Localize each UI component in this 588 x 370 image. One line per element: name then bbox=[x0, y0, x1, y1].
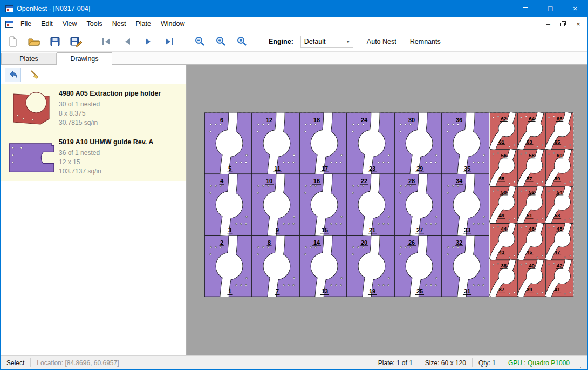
mdi-minimize-button[interactable]: – bbox=[542, 19, 554, 29]
part-number[interactable]: 24 bbox=[361, 117, 368, 123]
nest-tile-red[interactable]: 5049 bbox=[490, 186, 517, 223]
part-number[interactable]: 30 bbox=[408, 117, 415, 123]
menu-view[interactable]: View bbox=[58, 17, 82, 31]
part-number[interactable]: 56 bbox=[501, 152, 507, 158]
part-number[interactable]: 19 bbox=[369, 288, 375, 295]
engine-select[interactable]: Default ▾ bbox=[300, 36, 353, 48]
part-number[interactable]: 47 bbox=[555, 249, 560, 255]
part-number[interactable]: 4 bbox=[220, 178, 224, 184]
nest-tile-purple[interactable]: 1211 bbox=[252, 113, 299, 174]
remnants-button[interactable]: Remnants bbox=[410, 38, 441, 45]
part-number[interactable]: 18 bbox=[313, 117, 320, 123]
menu-edit[interactable]: Edit bbox=[36, 17, 58, 31]
nest-tile-red[interactable]: 5453 bbox=[546, 186, 573, 223]
part-number[interactable]: 29 bbox=[416, 165, 423, 172]
nest-tile-purple[interactable]: 21 bbox=[204, 236, 251, 297]
nest-tile-purple[interactable]: 3029 bbox=[394, 113, 441, 174]
zoom-in-button[interactable] bbox=[213, 33, 229, 50]
part-number[interactable]: 55 bbox=[498, 176, 504, 181]
nest-tile-purple[interactable]: 2221 bbox=[347, 174, 394, 236]
part-number[interactable]: 39 bbox=[527, 286, 532, 292]
part-number[interactable]: 6 bbox=[220, 117, 223, 123]
part-number[interactable]: 11 bbox=[274, 165, 281, 172]
zoom-out-button[interactable] bbox=[192, 33, 208, 50]
part-number[interactable]: 52 bbox=[529, 189, 535, 195]
save-as-button[interactable] bbox=[68, 33, 84, 50]
new-button[interactable] bbox=[5, 33, 21, 50]
tab-plates[interactable]: Plates bbox=[1, 53, 57, 64]
part-number[interactable]: 59 bbox=[555, 176, 560, 181]
menu-window[interactable]: Window bbox=[156, 17, 189, 31]
part-number[interactable]: 65 bbox=[555, 139, 560, 145]
part-number[interactable]: 53 bbox=[555, 212, 560, 218]
nest-tile-purple[interactable]: 2625 bbox=[394, 236, 441, 297]
nest-tile-purple[interactable]: 1817 bbox=[299, 113, 346, 174]
part-number[interactable]: 7 bbox=[276, 288, 279, 295]
part-number[interactable]: 66 bbox=[557, 116, 563, 122]
part-number[interactable]: 38 bbox=[501, 263, 507, 268]
nest-tile-red[interactable]: 3837 bbox=[490, 260, 517, 297]
nest-tile-purple[interactable]: 2423 bbox=[347, 113, 394, 174]
open-button[interactable] bbox=[26, 33, 42, 50]
part-number[interactable]: 25 bbox=[416, 288, 423, 295]
last-plate-button[interactable] bbox=[161, 33, 177, 50]
auto-nest-button[interactable]: Auto Nest bbox=[367, 38, 396, 45]
save-button[interactable] bbox=[47, 33, 63, 50]
menu-plate[interactable]: Plate bbox=[131, 17, 156, 31]
part-number[interactable]: 43 bbox=[498, 249, 504, 255]
part-number[interactable]: 48 bbox=[557, 226, 563, 232]
part-number[interactable]: 64 bbox=[529, 116, 535, 122]
part-number[interactable]: 42 bbox=[557, 263, 563, 268]
part-number[interactable]: 44 bbox=[501, 226, 507, 232]
part-number[interactable]: 57 bbox=[527, 176, 532, 181]
nest-tile-purple[interactable]: 3231 bbox=[442, 236, 489, 297]
part-number[interactable]: 12 bbox=[266, 117, 272, 123]
nest-canvas[interactable]: 6512111817242330293635431091615222128273… bbox=[187, 65, 587, 355]
part-number[interactable]: 46 bbox=[529, 226, 535, 232]
nest-tile-red[interactable]: 6665 bbox=[546, 113, 573, 150]
nest-tile-purple[interactable]: 65 bbox=[204, 113, 251, 174]
part-number[interactable]: 26 bbox=[408, 239, 415, 246]
part-number[interactable]: 13 bbox=[322, 288, 328, 295]
nest-tile-red[interactable]: 6261 bbox=[490, 113, 517, 150]
nest-tile-purple[interactable]: 3635 bbox=[442, 113, 489, 174]
part-number[interactable]: 2 bbox=[220, 239, 223, 246]
part-number[interactable]: 51 bbox=[527, 212, 532, 218]
part-number[interactable]: 31 bbox=[464, 288, 470, 295]
part-number[interactable]: 41 bbox=[555, 286, 560, 292]
part-number[interactable]: 8 bbox=[268, 239, 271, 246]
part-number[interactable]: 5 bbox=[228, 165, 231, 172]
nest-tile-purple[interactable]: 3433 bbox=[442, 174, 489, 236]
part-number[interactable]: 33 bbox=[464, 227, 470, 233]
part-number[interactable]: 54 bbox=[557, 189, 563, 195]
window-close-button[interactable]: × bbox=[563, 1, 587, 17]
part-number[interactable]: 50 bbox=[501, 189, 507, 195]
part-number[interactable]: 49 bbox=[498, 212, 504, 218]
resize-grip[interactable] bbox=[580, 367, 581, 368]
previous-plate-button[interactable] bbox=[119, 33, 135, 50]
part-number[interactable]: 16 bbox=[313, 178, 320, 184]
part-number[interactable]: 63 bbox=[527, 139, 532, 145]
part-number[interactable]: 1 bbox=[228, 288, 231, 295]
menu-file[interactable]: File bbox=[16, 17, 36, 31]
part-number[interactable]: 9 bbox=[276, 227, 279, 233]
nest-tile-red[interactable]: 4039 bbox=[518, 260, 545, 297]
part-number[interactable]: 36 bbox=[456, 117, 462, 123]
nest-tile-purple[interactable]: 1615 bbox=[299, 174, 346, 236]
nest-tile-red[interactable]: 5857 bbox=[518, 150, 545, 186]
nest-tile-red[interactable]: 5655 bbox=[490, 150, 517, 186]
part-number[interactable]: 14 bbox=[313, 239, 320, 246]
nest-tile-purple[interactable]: 2827 bbox=[394, 174, 441, 236]
part-number[interactable]: 37 bbox=[498, 286, 504, 292]
part-number[interactable]: 58 bbox=[529, 152, 535, 158]
part-number[interactable]: 21 bbox=[369, 227, 375, 233]
part-number[interactable]: 3 bbox=[228, 227, 231, 233]
nest-tile-red[interactable]: 6059 bbox=[546, 150, 573, 186]
part-number[interactable]: 20 bbox=[361, 239, 367, 246]
plate[interactable]: 6512111817242330293635431091615222128273… bbox=[204, 112, 574, 297]
nest-tile-purple[interactable]: 2019 bbox=[347, 236, 394, 297]
part-number[interactable]: 27 bbox=[416, 227, 423, 233]
part-number[interactable]: 10 bbox=[266, 178, 272, 184]
drawing-item-2[interactable]: 5019 A10 UHMW guide Rev. A 36 of 1 neste… bbox=[1, 133, 186, 181]
clear-drawings-button[interactable] bbox=[26, 68, 43, 82]
